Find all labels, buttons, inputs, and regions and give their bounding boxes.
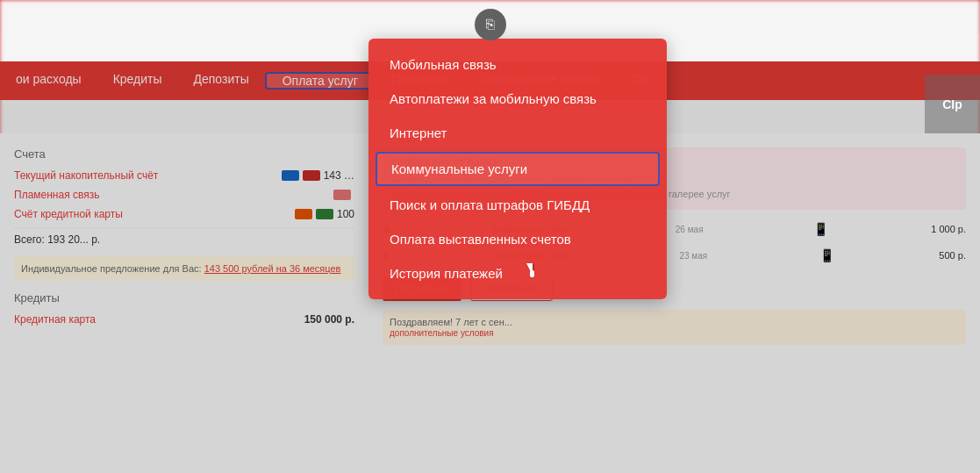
dropdown-item-bills[interactable]: Оплата выставленных счетов xyxy=(368,222,667,256)
dropdown-menu: Мобильная связь Автоплатежи за мобильную… xyxy=(368,39,667,299)
tab-icon[interactable]: ⎘ xyxy=(475,9,506,40)
watermark: CIp xyxy=(925,75,980,133)
dropdown-item-history[interactable]: История платежей xyxy=(368,256,667,290)
dropdown-item-communal[interactable]: Коммунальные услуги xyxy=(376,152,660,186)
dropdown-item-autopay[interactable]: Автоплатежи за мобильную связь xyxy=(368,82,667,116)
dropdown-item-gibdd[interactable]: Поиск и оплата штрафов ГИБДД xyxy=(368,188,667,222)
dropdown-item-mobile[interactable]: Мобильная связь xyxy=(368,47,667,82)
tab-icon-symbol: ⎘ xyxy=(486,17,495,32)
dropdown-item-internet[interactable]: Интернет xyxy=(368,116,667,150)
